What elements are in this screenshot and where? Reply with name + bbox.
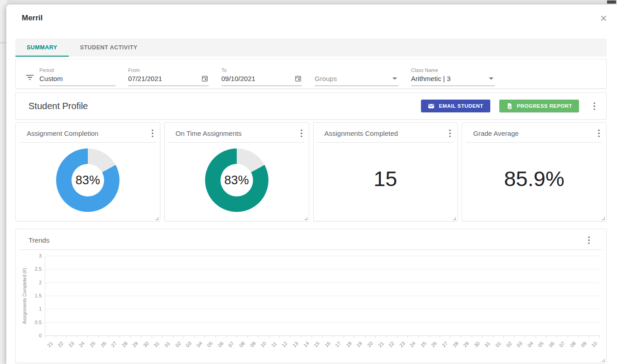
- period-field[interactable]: Period Custom: [39, 62, 115, 86]
- x-tick-label: 28: [450, 340, 461, 353]
- tab-bar: SUMMARY STUDENT ACTIVITY: [15, 38, 607, 57]
- x-tick-label: 24: [408, 340, 419, 353]
- x-tick-label: 21: [45, 340, 56, 353]
- x-tick-label: 13: [290, 340, 301, 353]
- x-tick: [141, 336, 152, 338]
- x-tick-label: 14: [301, 340, 312, 353]
- x-tick-label: 30: [141, 340, 152, 353]
- x-tick-label: 23: [66, 340, 77, 353]
- kebab-menu-icon[interactable]: [149, 129, 156, 138]
- x-tick-label: 27: [440, 340, 450, 353]
- to-label: To: [221, 67, 302, 73]
- x-tick-label: 31: [483, 340, 493, 353]
- x-tick-label: 12: [280, 340, 291, 353]
- class-name-label: Class Name: [411, 67, 495, 73]
- x-tick: [568, 336, 579, 338]
- x-tick-label: 01: [493, 340, 504, 353]
- x-tick-label: 02: [173, 340, 184, 353]
- x-tick: [429, 336, 440, 338]
- x-tick-label: 05: [205, 340, 216, 353]
- x-tick-label: 10: [258, 340, 269, 353]
- x-tick: [472, 336, 483, 338]
- x-tick: [99, 336, 110, 338]
- resize-handle-icon[interactable]: [154, 216, 158, 220]
- card-title: Assignment Completion: [27, 129, 98, 137]
- class-name-select[interactable]: Class Name Arithmetic | 3: [411, 62, 495, 86]
- x-tick: [504, 336, 515, 338]
- groups-placeholder: Groups: [315, 75, 337, 82]
- resize-handle-icon[interactable]: [452, 216, 456, 220]
- kebab-menu-icon[interactable]: [595, 129, 603, 138]
- tab-student-activity[interactable]: STUDENT ACTIVITY: [69, 38, 149, 57]
- on-time-assignments-card: On Time Assignments 83%: [164, 122, 309, 221]
- x-tick: [109, 336, 120, 338]
- x-axis-labels: 2122232425262728293031010203040506070809…: [45, 340, 600, 353]
- donut-chart: 83%: [205, 148, 268, 212]
- chevron-down-icon: [489, 77, 493, 80]
- kebab-menu-icon[interactable]: [591, 101, 598, 111]
- x-tick-label: 04: [525, 340, 536, 353]
- x-tick-label: 24: [77, 340, 88, 353]
- assignment-completion-card: Assignment Completion 83%: [15, 122, 160, 221]
- y-tick-label: 3: [27, 253, 42, 259]
- x-tick: [301, 336, 312, 338]
- from-label: From: [128, 67, 209, 73]
- x-tick: [589, 336, 600, 338]
- x-tick: [557, 336, 568, 338]
- dialog-header: Merril ×: [6, 5, 617, 32]
- close-icon[interactable]: ×: [600, 14, 607, 23]
- resize-handle-icon[interactable]: [601, 216, 605, 220]
- x-tick: [461, 336, 472, 338]
- period-label: Period: [39, 67, 115, 73]
- tab-summary[interactable]: SUMMARY: [15, 38, 69, 57]
- x-tick-label: 06: [546, 340, 557, 353]
- x-tick-label: 05: [536, 340, 547, 353]
- x-tick-label: 19: [354, 340, 365, 353]
- x-tick: [450, 336, 461, 338]
- x-tick-label: 16: [322, 340, 333, 353]
- x-tick: [56, 336, 67, 338]
- student-profile-header: Student Profile EMAIL STUDENT PROGRESS R…: [15, 92, 607, 120]
- x-tick: [77, 336, 88, 338]
- x-tick-label: 20: [365, 340, 376, 353]
- resize-handle-icon[interactable]: [303, 216, 307, 220]
- from-date-field[interactable]: From 07/21/2021: [128, 62, 209, 86]
- to-value: 09/10/2021: [221, 75, 255, 82]
- background-page-element: [607, 0, 616, 4]
- x-tick: [120, 336, 131, 338]
- x-tick: [536, 336, 547, 338]
- x-tick: [376, 336, 387, 338]
- x-tick: [88, 336, 99, 338]
- x-tick: [205, 336, 216, 338]
- calendar-icon[interactable]: [294, 75, 302, 82]
- x-tick-label: 07: [557, 340, 568, 353]
- kebab-menu-icon[interactable]: [446, 129, 454, 138]
- x-tick-label: 03: [184, 340, 195, 353]
- divider: [168, 142, 305, 143]
- x-tick-label: 23: [397, 340, 408, 353]
- x-tick-label: 06: [215, 340, 226, 353]
- x-tick-label: 11: [269, 340, 280, 353]
- x-tick: [216, 336, 227, 338]
- to-date-field[interactable]: To 09/10/2021: [221, 62, 302, 86]
- x-tick: [280, 336, 291, 338]
- card-title: On Time Assignments: [176, 129, 242, 137]
- calendar-icon[interactable]: [201, 75, 209, 82]
- student-name-title: Merril: [22, 14, 43, 23]
- x-tick-label: 22: [56, 340, 67, 353]
- kebab-menu-icon[interactable]: [585, 235, 593, 245]
- card-title: Trends: [29, 236, 49, 244]
- x-tick-label: 15: [311, 340, 322, 353]
- x-tick-label: 22: [387, 340, 397, 353]
- email-student-button[interactable]: EMAIL STUDENT: [421, 100, 490, 112]
- x-tick: [365, 336, 376, 338]
- x-tick: [546, 336, 557, 338]
- assignments-completed-card: Assignments Completed 15: [313, 122, 458, 221]
- kebab-menu-icon[interactable]: [298, 129, 305, 138]
- resize-handle-icon[interactable]: [601, 358, 605, 362]
- x-tick: [483, 336, 493, 338]
- progress-report-button[interactable]: PROGRESS REPORT: [499, 100, 579, 112]
- x-tick: [152, 336, 163, 338]
- grade-average-card: Grade Average 85.9%: [462, 122, 607, 221]
- groups-select[interactable]: Groups: [315, 62, 398, 86]
